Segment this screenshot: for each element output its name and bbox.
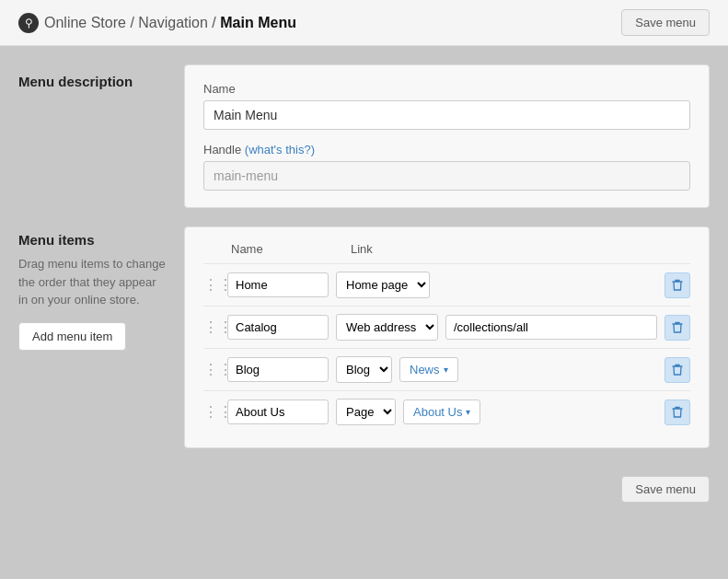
save-menu-button-bottom[interactable]: Save menu: [621, 476, 710, 503]
breadcrumb-part1: Online Store: [44, 15, 126, 30]
bottom-bar: Save menu: [0, 467, 728, 512]
drag-handle-icon[interactable]: ⋮⋮: [203, 361, 220, 378]
item-name-input[interactable]: [227, 400, 329, 424]
trash-icon: [672, 406, 683, 419]
handle-input: [203, 161, 690, 191]
breadcrumb-current: Main Menu: [220, 15, 296, 30]
handle-link[interactable]: (what's this?): [245, 143, 315, 156]
table-row: ⋮⋮ Web address: [203, 306, 690, 348]
table-row: ⋮⋮ Blog News ▾: [203, 348, 690, 390]
menu-description-heading: Menu description: [18, 74, 166, 89]
delete-button[interactable]: [664, 357, 690, 383]
menu-items-section: Menu items Drag menu items to change the…: [18, 226, 710, 448]
page-dropdown-value: About Us: [413, 405, 462, 419]
item-link-select[interactable]: Blog: [336, 356, 392, 383]
col-link-header: Link: [351, 242, 373, 256]
name-field-group: Name: [203, 82, 690, 130]
menu-items-description: Drag menu items to change the order that…: [18, 255, 166, 309]
name-input[interactable]: [203, 100, 690, 130]
delete-button[interactable]: [664, 315, 690, 341]
menu-table-header: Name Link: [203, 242, 690, 263]
trash-icon: [672, 279, 683, 292]
col-name-header: Name: [231, 242, 341, 256]
menu-description-section: Menu description Name Handle (what's thi…: [18, 64, 710, 208]
top-bar: ⚲ Online Store / Navigation / Main Menu …: [0, 0, 728, 46]
add-menu-item-button[interactable]: Add menu item: [18, 322, 126, 351]
menu-items-card: Name Link ⋮⋮ Home page ⋮⋮: [184, 226, 710, 448]
drag-handle-icon[interactable]: ⋮⋮: [203, 403, 220, 421]
item-link-select[interactable]: Web address: [336, 314, 438, 341]
item-link-extra: News ▾: [399, 357, 657, 382]
trash-icon: [672, 364, 683, 376]
item-link-select[interactable]: Page: [336, 399, 396, 425]
handle-label: Handle (what's this?): [203, 143, 690, 156]
delete-button[interactable]: [664, 400, 690, 425]
page-dropdown-button[interactable]: About Us ▾: [403, 400, 480, 424]
compass-icon: ⚲: [18, 13, 39, 33]
page-content: Menu description Name Handle (what's thi…: [0, 46, 728, 467]
delete-button[interactable]: [664, 272, 690, 298]
drag-handle-icon[interactable]: ⋮⋮: [203, 276, 220, 294]
table-row: ⋮⋮ Page About Us ▾: [203, 390, 690, 433]
caret-icon: ▾: [466, 407, 470, 417]
blog-dropdown-value: News: [410, 363, 440, 376]
breadcrumb-sep1: /: [130, 15, 133, 30]
caret-icon: ▾: [444, 365, 448, 375]
item-link-extra: About Us ▾: [403, 400, 657, 424]
handle-field-group: Handle (what's this?): [203, 143, 690, 191]
item-link-select[interactable]: Home page: [336, 272, 430, 298]
breadcrumb: ⚲ Online Store / Navigation / Main Menu: [18, 13, 296, 33]
item-name-input[interactable]: [227, 357, 329, 382]
item-name-input[interactable]: [227, 315, 329, 340]
blog-dropdown-button[interactable]: News ▾: [399, 357, 458, 382]
item-link-extra: [445, 315, 657, 340]
menu-description-label: Menu description: [18, 64, 166, 208]
trash-icon: [672, 321, 683, 334]
save-menu-button-top[interactable]: Save menu: [621, 9, 710, 36]
breadcrumb-part2: Navigation: [138, 15, 208, 30]
name-label: Name: [203, 82, 690, 96]
drag-handle-icon[interactable]: ⋮⋮: [203, 318, 220, 336]
item-name-input[interactable]: [227, 272, 329, 297]
table-row: ⋮⋮ Home page: [203, 263, 690, 306]
menu-items-left: Menu items Drag menu items to change the…: [18, 226, 166, 448]
menu-description-card: Name Handle (what's this?): [184, 64, 710, 208]
breadcrumb-sep2: /: [212, 15, 215, 30]
item-link-text-input[interactable]: [445, 315, 657, 340]
menu-items-heading: Menu items: [18, 232, 166, 248]
